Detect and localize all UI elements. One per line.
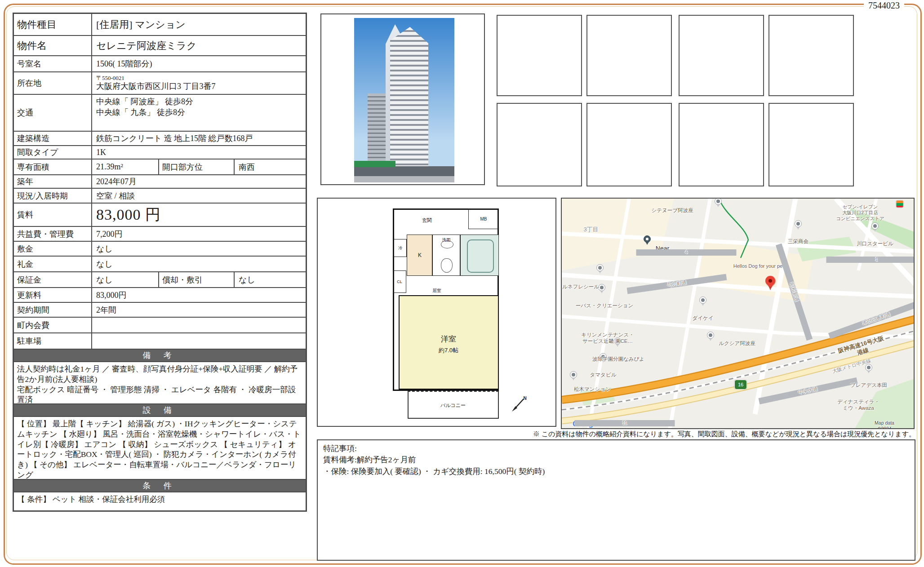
row-label: 町内会費 bbox=[14, 318, 92, 332]
building-photo-road bbox=[354, 176, 454, 182]
row-value: なし bbox=[92, 257, 306, 271]
property-sheet-page: 7544023 物件種目 [住居用] マンション 物件名 セレニテ阿波座ミラク … bbox=[0, 0, 924, 567]
table-row: 号室名 1506( 15階部分) bbox=[14, 56, 306, 72]
section-header-equipment: 設 備 bbox=[14, 404, 306, 417]
map-label: 3丁目 bbox=[583, 226, 598, 233]
map-label: 三栄商会 bbox=[788, 238, 808, 244]
table-row: 築年 2024年07月 bbox=[14, 175, 306, 189]
disclaimer-text: ※ この資料は物件の概略紹介資料になります。写真、間取図面、設備、概要などが現況… bbox=[317, 430, 915, 439]
table-row-rent: 賃料 83,000 円 bbox=[14, 204, 306, 227]
row-label: 共益費・管理費 bbox=[14, 227, 92, 241]
table-row: 更新料 83,000円 bbox=[14, 288, 306, 303]
row-label: 建築構造 bbox=[14, 132, 92, 145]
table-row: 交通 中央線「 阿波座」 徒歩8分 中央線「 九条」 徒歩8分 bbox=[14, 95, 306, 132]
row-value: なし bbox=[92, 242, 306, 256]
map-pin-icon bbox=[865, 364, 872, 374]
map-pin-icon bbox=[570, 371, 577, 381]
building-photo-frame bbox=[320, 13, 485, 185]
row-label: 保証金 bbox=[14, 272, 92, 287]
map-label: シテヌーブ阿波座 bbox=[651, 207, 693, 213]
building-photo-shop-awning bbox=[354, 161, 395, 167]
floorplan-room-label: 洋室 bbox=[441, 334, 456, 344]
floorplan-mb-label: MB bbox=[480, 217, 487, 221]
photo-frame-empty bbox=[586, 15, 672, 96]
photo-frame-empty bbox=[497, 103, 582, 186]
map-pin-destination bbox=[764, 275, 776, 292]
floorplan-room-door-label: 居室 bbox=[432, 288, 441, 294]
table-row: 所在地 〒550-0021 大阪府大阪市西区川口3 丁目3番7 bbox=[14, 72, 306, 95]
row-value: 空室 / 相談 bbox=[92, 189, 306, 203]
section-header-remarks: 備 考 bbox=[14, 350, 306, 362]
map-label: 波除学園分園なみびよ bbox=[592, 356, 644, 362]
property-table: 物件種目 [住居用] マンション 物件名 セレニテ阿波座ミラク 号室名 1506… bbox=[13, 13, 307, 512]
map-label: ルネフレシール bbox=[562, 284, 599, 290]
row-value: 2年間 bbox=[92, 303, 306, 317]
special-notes-title: 特記事項: bbox=[323, 443, 909, 454]
zip-code: 〒550-0021 bbox=[96, 75, 124, 82]
rent-value: 83,000 円 bbox=[92, 204, 306, 226]
photo-frame-empty bbox=[497, 15, 582, 96]
floorplan-toilet bbox=[441, 258, 453, 273]
remarks-text: 法人契約時は礼金1ヶ月 ／ 審査時、顔写真付身分証+保険+収入証明要 ／ 解約予… bbox=[14, 362, 306, 404]
map-pin-icon bbox=[795, 220, 802, 230]
map-label: プレアデス本田 bbox=[850, 382, 887, 388]
floorplan-entrance-label: 玄関 bbox=[422, 217, 432, 224]
row-label: 駐車場 bbox=[14, 333, 92, 349]
building-photo-main-tower bbox=[390, 27, 428, 175]
row-label: 賃料 bbox=[14, 204, 92, 226]
map-pin-icon bbox=[871, 222, 879, 232]
table-row: 建築構造 鉄筋コンクリート 造 地上15階 総戸数168戸 bbox=[14, 132, 306, 146]
table-row: 敷金 なし bbox=[14, 242, 306, 257]
floorplan-balcony-label: バルコニー bbox=[440, 402, 466, 409]
map-label: 11 bbox=[575, 420, 675, 426]
row-value: 83,000円 bbox=[92, 288, 306, 302]
table-row: 保証金 なし 償却・敷引 なし bbox=[14, 272, 306, 288]
transit-line: 中央線「 阿波座」 徒歩8分 bbox=[96, 96, 193, 107]
photo-frame-empty bbox=[586, 103, 672, 186]
table-row: 礼金 なし bbox=[14, 257, 306, 272]
document-number: 7544023 bbox=[864, 0, 904, 11]
row-value bbox=[92, 333, 306, 349]
table-row: 共益費・管理費 7,200円 bbox=[14, 227, 306, 242]
floorplan-kitchen-label: K bbox=[418, 252, 422, 258]
row-label: 物件種目 bbox=[14, 14, 92, 35]
floorplan-box: MB 玄関 冷 K 洗面 CL 居室 洋室 約7.0帖 バルコニー N bbox=[317, 198, 556, 427]
photo-frame-empty bbox=[679, 103, 764, 186]
conditions-text: 【 条件】 ペット 相談・保証会社利用必須 bbox=[14, 492, 306, 510]
row-value: 1K bbox=[92, 146, 306, 159]
row-value: [住居用] マンション bbox=[92, 14, 306, 35]
row-label: 号室名 bbox=[14, 56, 92, 71]
floorplan-room-size-label: 約7.0帖 bbox=[439, 346, 458, 354]
table-row: 契約期間 2年間 bbox=[14, 303, 306, 318]
map-pin-icon bbox=[699, 297, 706, 306]
special-notes-line: ・保険: 保険要加入( 要確認) ・ カギ交換費用: 16,500円( 契約時) bbox=[323, 466, 909, 477]
row-sublabel: 開口部方位 bbox=[158, 159, 235, 174]
special-notes-line: 賃料備考:解約予告2ヶ月前 bbox=[323, 454, 909, 465]
map-label: 松木マンション bbox=[574, 386, 611, 392]
row-label: 築年 bbox=[14, 175, 92, 188]
map-pin-icon bbox=[596, 264, 604, 274]
map-label: 4 bbox=[636, 249, 737, 256]
map-canvas bbox=[562, 199, 915, 429]
floorplan-closet-label: CL bbox=[397, 279, 402, 284]
row-value bbox=[92, 318, 306, 332]
floorplan-north-arrow: N bbox=[510, 395, 528, 413]
table-row: 駐車場 bbox=[14, 333, 306, 350]
row-value: 中央線「 阿波座」 徒歩8分 中央線「 九条」 徒歩8分 bbox=[92, 95, 306, 131]
map-pin-icon bbox=[644, 235, 651, 245]
row-label: 礼金 bbox=[14, 257, 92, 271]
table-row: 現況/入居時期 空室 / 相談 bbox=[14, 189, 306, 204]
photo-frame-empty bbox=[679, 15, 764, 96]
map-label: タマタビル bbox=[590, 372, 617, 378]
row-subvalue: 南西 bbox=[235, 159, 306, 174]
map-label: ーバス・クリエーション bbox=[576, 302, 634, 309]
table-row: 間取タイプ 1K bbox=[14, 146, 306, 159]
floorplan-bathroom bbox=[460, 235, 499, 276]
map-label: 川口スタービル bbox=[857, 240, 893, 247]
row-label: 物件名 bbox=[14, 36, 92, 55]
map-label: セブン-イレブン 大阪川口2丁目店 コンビニエンスストア bbox=[836, 204, 884, 221]
remarks-paragraph: 宅配ボックス 暗証番号 ・ 管理形態 清掃 ・ エレベータ 各階有 ・ 冷暖房一… bbox=[17, 385, 302, 405]
address: 大阪府大阪市西区川口3 丁目3番7 bbox=[96, 82, 216, 92]
route-shield-icon: 16 bbox=[734, 380, 747, 390]
north-label: N bbox=[523, 396, 526, 401]
